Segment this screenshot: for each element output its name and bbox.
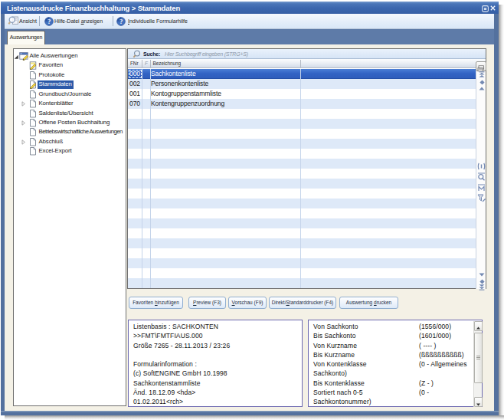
svg-text:?: ? <box>47 18 51 25</box>
svg-text:?: ? <box>119 18 123 25</box>
